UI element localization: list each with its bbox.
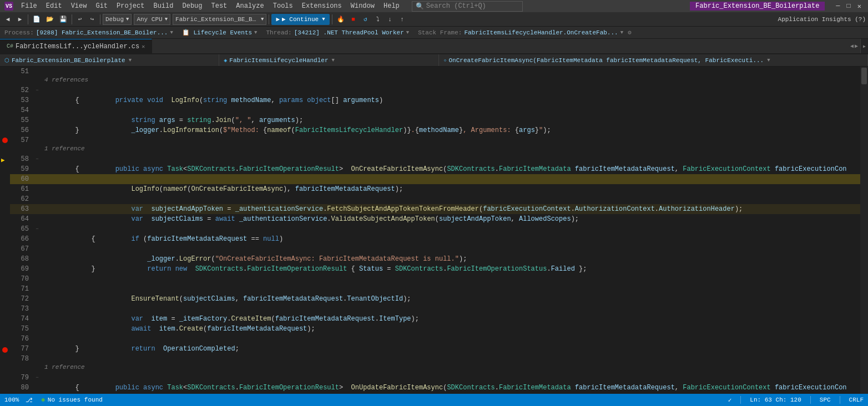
- menu-test[interactable]: Test: [208, 2, 231, 10]
- process-dropdown-arrow[interactable]: ▼: [170, 30, 173, 35]
- restart-debug-button[interactable]: ↺: [360, 14, 371, 25]
- tab-close-button[interactable]: ✕: [142, 43, 145, 50]
- step-into-button[interactable]: ↓: [385, 14, 396, 25]
- table-row: 73 var item = _itemFactory.CreateItem(fa…: [10, 304, 860, 314]
- menu-edit[interactable]: Edit: [43, 2, 65, 10]
- left-indicator-column: ▶: [0, 67, 10, 394]
- menu-bar[interactable]: File Edit View Git Project Build Debug T…: [18, 2, 403, 10]
- redo-button[interactable]: ↪: [87, 14, 98, 25]
- vertical-scrollbar[interactable]: [860, 67, 868, 394]
- cs-file-icon: C#: [7, 43, 13, 49]
- step-out-button[interactable]: ↑: [397, 14, 408, 25]
- table-row: 56 }: [10, 125, 860, 135]
- table-row: 66 {: [10, 234, 860, 244]
- ref-count-58: 1 reference: [10, 145, 860, 154]
- encoding-section[interactable]: SPC: [820, 397, 831, 403]
- back-button[interactable]: ◀: [2, 14, 13, 25]
- nav-class-arrow[interactable]: ▼: [332, 58, 335, 63]
- search-box[interactable]: 🔍 Search (Ctrl+Q): [412, 1, 523, 12]
- menu-debug[interactable]: Debug: [179, 2, 205, 10]
- close-button[interactable]: ✕: [855, 2, 864, 11]
- nav-project-icon: ⬡: [4, 57, 9, 64]
- breakpoint-79[interactable]: [2, 347, 8, 355]
- chevron-right-icon: ▶: [863, 44, 866, 49]
- config-dropdown-arrow: ▼: [126, 17, 129, 22]
- maximize-button[interactable]: □: [845, 2, 853, 11]
- sidebar-toggle[interactable]: ▶: [860, 39, 868, 53]
- minimize-button[interactable]: ─: [834, 2, 842, 11]
- lifecycle-dropdown-arrow[interactable]: ▼: [254, 30, 257, 35]
- table-row: 68 return new SDKContracts.FabricItemOpe…: [10, 254, 860, 264]
- tab-bar: C# FabricItemsLif...ycleHandler.cs ✕ ◀ ▶…: [0, 39, 868, 54]
- table-row: 72: [10, 294, 860, 304]
- nav-class-label: FabricItemsLifecycleHandler: [229, 57, 328, 64]
- status-text: No issues found: [48, 397, 103, 403]
- code-content: 51 4 references 52 − private void LogInf…: [10, 67, 860, 394]
- tab-fabricitemslifecyclehandler[interactable]: C# FabricItemsLif...ycleHandler.cs ✕: [0, 39, 152, 53]
- new-file-button[interactable]: 📄: [31, 14, 43, 25]
- table-row: 57: [10, 135, 860, 145]
- platform-dropdown-arrow: ▼: [165, 17, 168, 22]
- menu-help[interactable]: Help: [380, 2, 403, 10]
- thread-value[interactable]: [34212] .NET ThreadPool Worker: [294, 29, 404, 36]
- stack-settings[interactable]: ⚙: [628, 29, 632, 36]
- tab-scroll-right[interactable]: ▶: [855, 43, 858, 49]
- undo-button[interactable]: ↩: [74, 14, 85, 25]
- nav-method-arrow[interactable]: ▼: [767, 58, 770, 63]
- continue-button[interactable]: ▶ ▶ Continue ▼: [271, 14, 329, 25]
- tab-scroll-left[interactable]: ◀: [850, 43, 854, 49]
- nav-project-arrow[interactable]: ▼: [129, 58, 132, 63]
- menu-tools[interactable]: Tools: [270, 2, 296, 10]
- zoom-section[interactable]: 100%: [4, 397, 19, 403]
- status-bar: 100% ⎇ ● No issues found ✓ Ln: 63 Ch: 12…: [0, 394, 868, 406]
- status-sep3: [840, 396, 840, 404]
- table-row: 54 string args = string.Join(", ", argum…: [10, 105, 860, 115]
- code-area[interactable]: 51 4 references 52 − private void LogInf…: [10, 67, 860, 394]
- table-row: 53 {: [10, 95, 860, 105]
- table-row: 52 − private void LogInfo(string methodN…: [10, 85, 860, 95]
- platform-dropdown[interactable]: Any CPU ▼: [134, 14, 170, 25]
- breakpoint-58[interactable]: [2, 138, 8, 145]
- nav-project-section[interactable]: ⬡ Fabric_Extension_BE_Boilerplate ▼: [0, 54, 219, 66]
- menu-project[interactable]: Project: [113, 2, 148, 10]
- menu-build[interactable]: Build: [150, 2, 176, 10]
- nav-method-section[interactable]: ⬦ OnCreateFabricItemAsync(FabricItemMeta…: [439, 54, 869, 66]
- tab-label: FabricItemsLif...ycleHandler.cs: [16, 43, 139, 50]
- stop-button[interactable]: ■: [348, 14, 359, 25]
- menu-file[interactable]: File: [18, 2, 41, 10]
- forward-button[interactable]: ▶: [14, 14, 26, 25]
- line-ending-section[interactable]: CRLF: [849, 397, 864, 403]
- table-row: 62 var subjectAndAppToken = _authenticat…: [10, 194, 860, 204]
- project-dropdown[interactable]: Fabric_Extension_BE_Boilerplate ▼: [173, 14, 266, 25]
- menu-extensions[interactable]: Extensions: [299, 2, 345, 10]
- app-insights-label[interactable]: Application Insights (?): [778, 16, 866, 23]
- config-dropdown[interactable]: Debug ▼: [103, 14, 132, 25]
- process-value[interactable]: [9288] Fabric_Extension_BE_Boiler...: [36, 29, 168, 36]
- menu-window[interactable]: Window: [347, 2, 378, 10]
- table-row: 75: [10, 324, 860, 334]
- restart-button[interactable]: 🔥: [335, 14, 347, 25]
- git-section[interactable]: ⎇: [26, 397, 34, 404]
- step-over-button[interactable]: ⤵: [372, 14, 383, 25]
- thread-dropdown-arrow[interactable]: ▼: [406, 30, 409, 35]
- table-row: 59 {: [10, 164, 860, 174]
- scrollbar-thumb[interactable]: [861, 68, 867, 84]
- menu-view[interactable]: View: [68, 2, 90, 10]
- open-button[interactable]: 📂: [44, 14, 56, 25]
- lifecycle-events-btn[interactable]: 📋 Lifecycle Events: [182, 29, 252, 36]
- save-button[interactable]: 💾: [57, 14, 69, 25]
- menu-git[interactable]: Git: [92, 2, 111, 10]
- toolbar-main: ◀ ▶ 📄 📂 💾 ↩ ↪ Debug ▼ Any CPU ▼ Fabric_E…: [0, 12, 868, 27]
- status-issues[interactable]: ● No issues found: [41, 395, 102, 404]
- vs-logo: VS: [4, 2, 13, 11]
- menu-analyze[interactable]: Analyze: [233, 2, 267, 10]
- line-col-section[interactable]: Ln: 63 Ch: 120: [750, 397, 801, 403]
- status-sep2: [810, 396, 811, 404]
- nav-class-section[interactable]: ◈ FabricItemsLifecycleHandler ▼: [219, 54, 438, 66]
- check-icon-section[interactable]: ✓: [728, 397, 732, 404]
- line-col-label: Ln: 63 Ch: 120: [750, 397, 801, 403]
- stack-value[interactable]: FabricItemsLifecycleHandler.OnCreateFab.…: [464, 29, 618, 36]
- nav-bar: ⬡ Fabric_Extension_BE_Boilerplate ▼ ◈ Fa…: [0, 54, 868, 67]
- table-row: 60 LogInfo(nameof(OnCreateFabricItemAsyn…: [10, 174, 860, 184]
- stack-dropdown-arrow[interactable]: ▼: [620, 30, 623, 35]
